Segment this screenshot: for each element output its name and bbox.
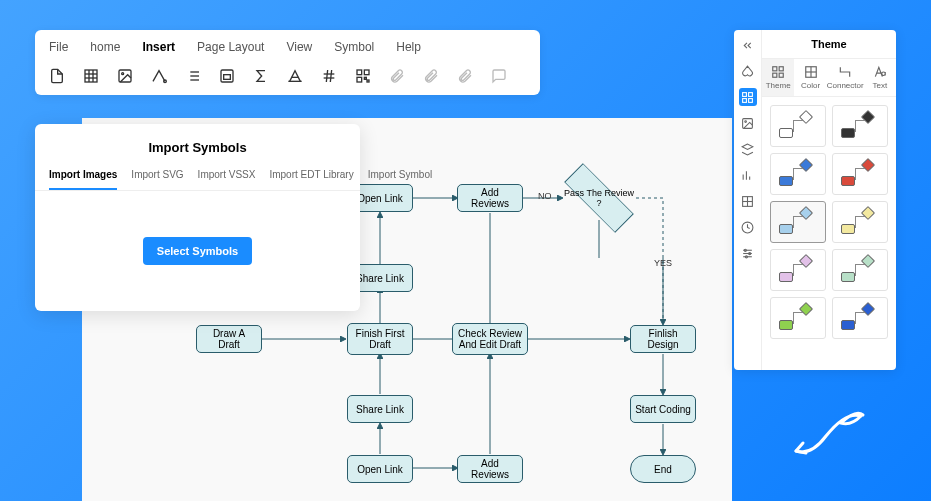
dialog-title: Import Symbols xyxy=(35,124,360,169)
comment-icon[interactable] xyxy=(489,66,509,86)
node-finish-first-draft[interactable]: Finish First Draft xyxy=(347,323,413,355)
node-add-reviews-2[interactable]: Add Reviews xyxy=(457,455,523,483)
history-icon[interactable] xyxy=(739,218,757,236)
font-icon[interactable] xyxy=(285,66,305,86)
node-open-link-2[interactable]: Open Link xyxy=(347,455,413,483)
main-menu: File home Insert Page Layout View Symbol… xyxy=(45,30,530,62)
svg-rect-26 xyxy=(367,80,369,82)
node-add-reviews-1[interactable]: Add Reviews xyxy=(457,184,523,212)
node-end[interactable]: End xyxy=(630,455,696,483)
tab-import-edt[interactable]: Import EDT Library xyxy=(269,169,353,190)
label-yes: YES xyxy=(654,258,672,268)
theme-thumb-2[interactable] xyxy=(770,153,826,195)
menubar: File home Insert Page Layout View Symbol… xyxy=(35,30,540,95)
svg-rect-25 xyxy=(364,77,366,79)
theme-thumb-7[interactable] xyxy=(832,249,888,291)
svg-line-20 xyxy=(326,70,327,82)
svg-rect-66 xyxy=(779,73,783,77)
svg-rect-44 xyxy=(749,92,753,96)
svg-rect-0 xyxy=(85,70,97,82)
svg-marker-49 xyxy=(742,144,753,149)
chart-icon[interactable] xyxy=(739,166,757,184)
settings-icon[interactable] xyxy=(739,244,757,262)
node-finish-design[interactable]: Finlish Design xyxy=(630,325,696,353)
node-draw-draft[interactable]: Draw A Draft xyxy=(196,325,262,353)
select-symbols-button[interactable]: Select Symbols xyxy=(143,237,252,265)
node-start-coding[interactable]: Start Coding xyxy=(630,395,696,423)
theme-panel: Theme Theme Color Connector Text xyxy=(734,30,896,370)
svg-rect-45 xyxy=(743,98,747,102)
menu-view[interactable]: View xyxy=(286,40,312,54)
panel-tab-color[interactable]: Color xyxy=(794,59,826,96)
svg-rect-43 xyxy=(743,92,747,96)
picture-icon[interactable] xyxy=(739,114,757,132)
grid-icon[interactable] xyxy=(739,88,757,106)
menu-help[interactable]: Help xyxy=(396,40,421,54)
tab-import-vssx[interactable]: Import VSSX xyxy=(198,169,256,190)
theme-thumb-3[interactable] xyxy=(832,153,888,195)
vector-icon[interactable] xyxy=(149,66,169,86)
theme-thumb-5[interactable] xyxy=(832,201,888,243)
panel-tab-connector[interactable]: Connector xyxy=(827,59,864,96)
list-icon[interactable] xyxy=(183,66,203,86)
tab-import-svg[interactable]: Import SVG xyxy=(131,169,183,190)
svg-point-48 xyxy=(745,120,747,122)
panel-tab-text[interactable]: Text xyxy=(864,59,896,96)
collapse-icon[interactable] xyxy=(739,36,757,54)
panel-main: Theme Theme Color Connector Text xyxy=(762,30,896,370)
svg-point-6 xyxy=(122,73,124,75)
qr-icon[interactable] xyxy=(353,66,373,86)
panel-title: Theme xyxy=(762,30,896,59)
style-icon[interactable] xyxy=(739,62,757,80)
svg-rect-46 xyxy=(749,98,753,102)
svg-rect-63 xyxy=(773,67,777,71)
svg-rect-65 xyxy=(773,73,777,77)
panel-tab-theme[interactable]: Theme xyxy=(762,59,794,96)
tab-import-images[interactable]: Import Images xyxy=(49,169,117,190)
node-check-review[interactable]: Check Review And Edit Draft xyxy=(452,323,528,355)
panel-tabs: Theme Color Connector Text xyxy=(762,59,896,97)
hash-icon[interactable] xyxy=(319,66,339,86)
image-icon[interactable] xyxy=(115,66,135,86)
formula-icon[interactable] xyxy=(251,66,271,86)
svg-rect-24 xyxy=(357,77,362,82)
label-no: NO xyxy=(538,191,552,201)
dialog-tabs: Import Images Import SVG Import VSSX Imp… xyxy=(35,169,360,191)
svg-rect-15 xyxy=(224,75,231,80)
theme-thumb-8[interactable] xyxy=(770,297,826,339)
theme-thumb-9[interactable] xyxy=(832,297,888,339)
layers-icon[interactable] xyxy=(739,140,757,158)
page-icon[interactable] xyxy=(47,66,67,86)
theme-thumbs xyxy=(762,97,896,347)
menu-home[interactable]: home xyxy=(90,40,120,54)
node-pass-review[interactable]: Pass The Review ? xyxy=(563,176,635,220)
container-icon[interactable] xyxy=(217,66,237,86)
menu-page-layout[interactable]: Page Layout xyxy=(197,40,264,54)
table-icon[interactable] xyxy=(81,66,101,86)
flourish-icon xyxy=(791,401,871,461)
theme-thumb-6[interactable] xyxy=(770,249,826,291)
toolbar xyxy=(45,62,530,90)
svg-rect-64 xyxy=(779,67,783,71)
svg-line-21 xyxy=(330,70,331,82)
dialog-body: Select Symbols xyxy=(35,191,360,311)
menu-symbol[interactable]: Symbol xyxy=(334,40,374,54)
menu-insert[interactable]: Insert xyxy=(142,40,175,54)
attach-1-icon[interactable] xyxy=(387,66,407,86)
data-icon[interactable] xyxy=(739,192,757,210)
svg-rect-22 xyxy=(357,70,362,75)
svg-rect-14 xyxy=(221,70,233,82)
attach-3-icon[interactable] xyxy=(455,66,475,86)
theme-thumb-1[interactable] xyxy=(832,105,888,147)
attach-2-icon[interactable] xyxy=(421,66,441,86)
tab-import-symbol[interactable]: Import Symbol xyxy=(368,169,432,190)
theme-thumb-4[interactable] xyxy=(770,201,826,243)
menu-file[interactable]: File xyxy=(49,40,68,54)
svg-rect-23 xyxy=(364,70,369,75)
import-dialog: Import Symbols Import Images Import SVG … xyxy=(35,124,360,311)
theme-thumb-0[interactable] xyxy=(770,105,826,147)
panel-sidebar xyxy=(734,30,762,370)
node-share-link-2[interactable]: Share Link xyxy=(347,395,413,423)
